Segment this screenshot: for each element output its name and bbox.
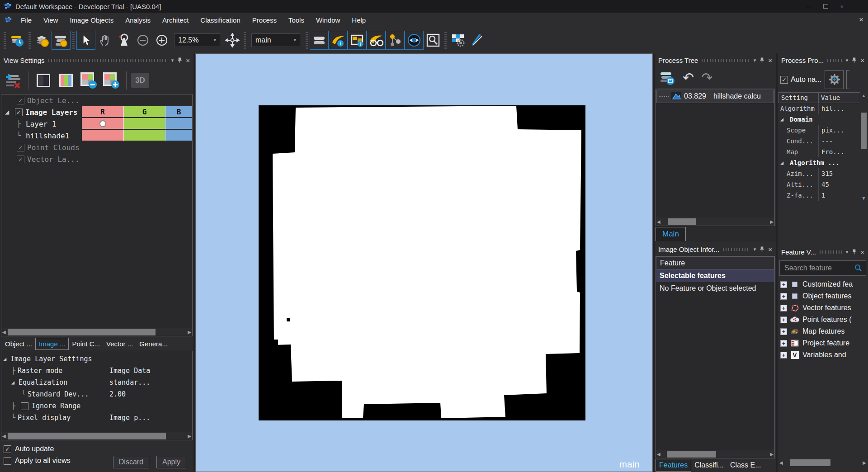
scroll-up-icon[interactable]: ▲ [862,93,866,98]
ignore-range-row[interactable]: ├ Ignore Range [3,400,190,412]
view-3d-button[interactable]: 3D [131,73,149,88]
discard-button[interactable]: Discard [113,456,149,468]
scroll-right-icon[interactable]: ▶ [863,460,866,465]
scrollbar-thumb[interactable] [8,433,166,439]
panel-drag-texture[interactable] [820,250,842,254]
feature-group-map[interactable]: + Map features [780,326,868,337]
expander-icon[interactable]: ◢ [11,379,19,386]
view-layers-icon[interactable] [310,31,329,50]
clipped-button[interactable] [846,70,849,89]
channel-cell[interactable] [82,130,123,142]
checkbox-checked-icon[interactable]: ✓ [15,109,23,116]
stddev-row[interactable]: └ Standard Dev... 2.00 [3,388,190,400]
property-row-azimuth[interactable]: Azim... 315 [778,168,860,179]
expander-icon[interactable]: ◢ [5,109,12,115]
checkbox-checked-icon[interactable]: ✓ [17,97,24,104]
menu-classification[interactable]: Classification [194,14,246,26]
pixel-display-row[interactable]: └ Pixel display Image p... [3,412,190,424]
auto-update-row[interactable]: ✓ Auto update [4,443,190,455]
view-classification-icon[interactable]: i [329,31,348,50]
feature-group-point[interactable]: + Point features ( [780,314,868,326]
selectable-features-row[interactable]: Selectable features [656,269,774,282]
tab-image[interactable]: Image ... [35,338,69,350]
scrollbar-thumb[interactable] [667,451,717,458]
scrollbar-thumb[interactable] [668,218,696,225]
chevron-down-icon[interactable]: ▾ [846,249,849,255]
channel-cell[interactable] [123,118,165,130]
property-row-zfactor[interactable]: Z-fa... 1 [778,190,860,201]
scroll-left-icon[interactable]: ◀ [657,452,660,457]
document-close-icon[interactable]: × [859,15,863,24]
restore-icon[interactable] [823,4,828,9]
chevron-down-icon[interactable]: ▾ [846,57,849,63]
tab-classification[interactable]: Classifi... [691,459,727,471]
menu-view[interactable]: View [38,14,64,26]
checkbox-checked-icon[interactable]: ✓ [17,156,24,163]
open-workspace-icon[interactable] [33,31,52,50]
pan-tool-icon[interactable] [95,31,114,50]
tab-general[interactable]: Genera... [136,338,171,349]
view-samples-icon[interactable]: i [348,31,367,50]
redo-icon[interactable]: ↷ [701,71,712,85]
minimize-icon[interactable]: — [806,3,811,10]
raster-image[interactable] [259,105,585,420]
expand-plus-icon[interactable]: + [780,293,787,300]
raster-mode-value[interactable]: Image Data [109,367,150,375]
expand-plus-icon[interactable]: + [780,316,787,323]
horizontal-scrollbar[interactable]: ◀ ▶ [778,458,867,467]
process-item-selected[interactable]: 03.829 hillshade calcu [656,90,774,103]
menu-process[interactable]: Process [246,14,283,26]
zoom-area-icon[interactable] [114,31,133,50]
chevron-down-icon[interactable]: ▾ [754,246,756,252]
close-icon[interactable]: × [186,57,190,64]
expander-icon[interactable]: ◢ [3,356,10,362]
panel-drag-texture[interactable] [723,248,750,251]
edit-layer-mixing-icon[interactable] [3,70,24,91]
scroll-right-icon[interactable]: ▶ [188,434,191,439]
pin-icon[interactable] [852,249,857,255]
property-row-map[interactable]: Map Fro... [778,146,860,157]
expand-plus-icon[interactable]: + [780,328,787,335]
undo-icon[interactable]: ↶ [683,71,694,85]
algorithm-settings-button[interactable] [825,70,844,89]
zoom-level-select[interactable]: 12.5% ▾ [174,33,220,47]
feature-column-header[interactable]: Feature [656,256,774,269]
scroll-left-icon[interactable]: ◀ [779,460,783,465]
scroll-left-icon[interactable]: ◀ [2,434,6,439]
radio-selected-icon[interactable] [99,120,106,127]
remove-view-icon[interactable] [78,70,99,91]
layer-row-hillshade[interactable]: └hillshade1 [1,130,192,142]
expander-icon[interactable]: ◢ [780,160,788,166]
checkbox-unchecked-icon[interactable] [21,402,28,410]
equalization-value[interactable]: standar... [109,378,150,387]
horizontal-scrollbar[interactable]: ◀ ▶ [1,432,192,440]
menu-analysis[interactable]: Analysis [119,14,156,26]
close-icon[interactable]: × [768,245,772,253]
layer-row-point-clouds[interactable]: ✓Point Clouds [1,142,192,153]
panel-drag-texture[interactable] [827,59,842,62]
close-icon[interactable]: × [840,3,844,10]
channel-cell[interactable] [123,130,165,142]
chevron-down-icon[interactable]: ▾ [754,57,756,63]
feature-group-vector[interactable]: + Vector features [780,302,868,314]
toolbar-grip[interactable] [444,31,447,49]
expand-plus-icon[interactable]: + [780,305,787,312]
toolbar-grip[interactable] [72,31,75,49]
tab-features[interactable]: Features [656,459,691,472]
view-select[interactable]: main ▾ [251,33,300,47]
process-tree-empty[interactable] [656,104,774,217]
horizontal-scrollbar[interactable]: ◀ ▶ [656,450,774,458]
pin-icon[interactable] [760,57,764,63]
expand-plus-icon[interactable]: + [780,340,787,347]
menu-file[interactable]: File [15,14,38,26]
toolbar-grip[interactable] [244,31,246,49]
panel-drag-texture[interactable] [702,59,750,62]
menu-tools[interactable]: Tools [283,14,310,26]
chevron-down-icon[interactable]: ▾ [171,57,174,63]
checkbox-unchecked-icon[interactable] [4,457,11,465]
toolbar-grip[interactable] [4,31,6,49]
layer-row-object-levels[interactable]: ✓Object Le... [1,94,192,106]
menu-help[interactable]: Help [346,14,372,26]
feature-group-variables[interactable]: + V Variables and [780,349,868,361]
feature-search-box[interactable] [779,260,866,276]
